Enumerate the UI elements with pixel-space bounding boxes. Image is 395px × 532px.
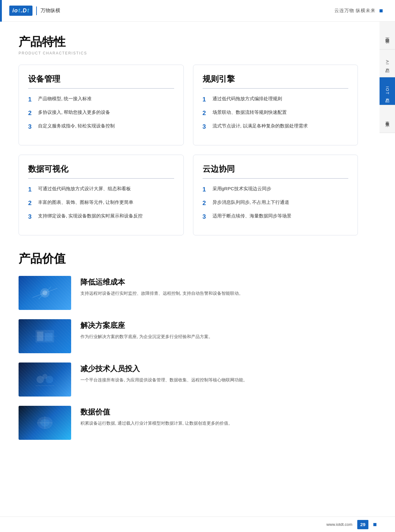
svg-line-0 bbox=[32, 288, 57, 298]
right-sidebar: 万物纵横 AI产品 IOT产品 商务体系 bbox=[380, 22, 395, 133]
feature-num-2: 2 bbox=[203, 109, 209, 117]
svg-point-10 bbox=[42, 374, 47, 379]
svg-rect-4 bbox=[36, 330, 54, 342]
value-content-3: 减少技术人员投入 一个平台连接所有设备, 为应用提供设备管理、数据收集、远程控制… bbox=[80, 363, 358, 384]
product-value-section: 产品价值 降低运维成本 支持远程对设备进行实时监控、故障排查、远程控制, 支持自… bbox=[19, 251, 358, 440]
value-content-4: 数据价值 积累设备运行数据, 通过载入行业计算模型对数据计算, 让数据创造更多的… bbox=[80, 406, 358, 427]
feature-num-3: 3 bbox=[203, 122, 209, 131]
svg-point-12 bbox=[37, 417, 53, 429]
page-footer: www.iotdt.com 29 bbox=[0, 517, 395, 532]
header-logo-area: iot.Dt 万物纵横 bbox=[9, 6, 60, 16]
feature-text-r3: 流式节点设计, 以满足各种复杂的数据处理需求 bbox=[213, 122, 308, 130]
feature-num-2: 2 bbox=[203, 199, 209, 207]
feature-text-r2: 场景联动、数据流转等规则快速配置 bbox=[213, 109, 287, 116]
left-accent-bar bbox=[0, 0, 2, 22]
sidebar-item-iot[interactable]: IOT产品 bbox=[380, 77, 395, 105]
logo-text: iot.Dt bbox=[12, 7, 29, 14]
value-desc-2: 作为行业解决方案的数字底座, 为企业沉淀更多行业经验和产品方案。 bbox=[80, 333, 358, 341]
sidebar-item-wanwu[interactable]: 万物纵横 bbox=[380, 22, 395, 49]
feature-item: 1 采用gRPC技术实现边云同步 bbox=[203, 185, 349, 194]
feature-item: 3 自定义服务或指令, 轻松实现设备控制 bbox=[28, 122, 174, 131]
svg-rect-5 bbox=[37, 332, 43, 341]
svg-rect-6 bbox=[45, 333, 53, 341]
feature-text-v2: 丰富的图表、装饰、图标等元件, 让制作更简单 bbox=[38, 199, 133, 206]
feature-text-v1: 可通过低代码拖放方式设计大屏、组态和看板 bbox=[38, 185, 131, 192]
value-desc-1: 支持远程对设备进行实时监控、故障排查、远程控制, 支持自动告警和设备智能联动。 bbox=[80, 290, 358, 297]
product-characteristics-section: 产品特性 PRODUCT CHARACTERISTICS 设备管理 1 产品物模… bbox=[19, 34, 358, 235]
value-content-2: 解决方案底座 作为行业解决方案的数字底座, 为企业沉淀更多行业经验和产品方案。 bbox=[80, 319, 358, 341]
value-image-1 bbox=[19, 276, 71, 310]
feature-card-rule-engine: 规则引擎 1 通过低代码拖放方式编排处理规则 2 场景联动、数据流转等规则快速配… bbox=[193, 65, 358, 145]
svg-point-2 bbox=[42, 290, 47, 295]
logo-box: iot.Dt bbox=[9, 6, 32, 16]
svg-point-8 bbox=[36, 376, 44, 383]
value-item-solution-base: 解决方案底座 作为行业解决方案的数字底座, 为企业沉淀更多行业经验和产品方案。 bbox=[19, 319, 358, 353]
brand-name: 万物纵横 bbox=[41, 7, 60, 14]
feature-title-rule: 规则引擎 bbox=[203, 74, 349, 84]
value-title-3: 减少技术人员投入 bbox=[80, 364, 358, 374]
value-content-1: 降低运维成本 支持远程对设备进行实时监控、故障排查、远程控制, 支持自动告警和设… bbox=[80, 276, 358, 297]
footer-square-icon bbox=[373, 523, 376, 526]
value-image-inner-4 bbox=[19, 406, 71, 440]
feature-item: 2 多协议接入, 帮助您接入更多的设备 bbox=[28, 109, 174, 117]
value-image-inner-3 bbox=[19, 363, 71, 397]
page-header: iot.Dt 万物纵横 云连万物 纵横未来 bbox=[0, 0, 395, 22]
value-desc-4: 积累设备运行数据, 通过载入行业计算模型对数据计算, 让数据创造更多的价值。 bbox=[80, 419, 358, 427]
value-section-title: 产品价值 bbox=[19, 251, 358, 267]
feature-text-c3: 适用于断点续传、海量数据同步等场景 bbox=[213, 212, 291, 220]
features-grid: 设备管理 1 产品物模型, 统一接入标准 2 多协议接入, 帮助您接入更多的设备… bbox=[19, 65, 358, 235]
feature-num-3: 3 bbox=[28, 212, 34, 221]
sidebar-item-business[interactable]: 商务体系 bbox=[380, 105, 395, 133]
section-title-cn: 产品特性 bbox=[19, 34, 358, 50]
feature-item: 3 适用于断点续传、海量数据同步等场景 bbox=[203, 212, 349, 221]
feature-text-d2: 多协议接入, 帮助您接入更多的设备 bbox=[38, 109, 110, 116]
value-image-inner-2 bbox=[19, 319, 71, 353]
feature-num-1: 1 bbox=[28, 95, 34, 104]
feature-item: 3 支持绑定设备, 实现设备数据的实时展示和设备反控 bbox=[28, 212, 174, 221]
feature-text-d1: 产品物模型, 统一接入标准 bbox=[38, 95, 92, 102]
feature-num-1: 1 bbox=[203, 95, 209, 104]
feature-item: 2 丰富的图表、装饰、图标等元件, 让制作更简单 bbox=[28, 199, 174, 207]
value-title-4: 数据价值 bbox=[80, 407, 358, 417]
feature-card-device-management: 设备管理 1 产品物模型, 统一接入标准 2 多协议接入, 帮助您接入更多的设备… bbox=[19, 65, 184, 145]
feature-divider-rule bbox=[203, 88, 349, 89]
feature-divider-device bbox=[28, 88, 174, 89]
footer-page-number: 29 bbox=[357, 520, 368, 529]
main-content: 产品特性 PRODUCT CHARACTERISTICS 设备管理 1 产品物模… bbox=[0, 22, 376, 461]
feature-text-c1: 采用gRPC技术实现边云同步 bbox=[213, 185, 271, 192]
value-item-reduce-staff: 减少技术人员投入 一个平台连接所有设备, 为应用提供设备管理、数据收集、远程控制… bbox=[19, 363, 358, 397]
value-title-2: 解决方案底座 bbox=[80, 320, 358, 330]
svg-point-13 bbox=[40, 419, 49, 427]
feature-num-1: 1 bbox=[203, 185, 209, 194]
feature-item: 2 异步消息队列同步, 不占用上下行通道 bbox=[203, 199, 349, 207]
feature-num-2: 2 bbox=[28, 109, 34, 117]
feature-divider-viz bbox=[28, 178, 174, 179]
feature-divider-cloud bbox=[203, 178, 349, 179]
feature-num-1: 1 bbox=[28, 185, 34, 194]
value-image-3 bbox=[19, 363, 71, 397]
footer-url: www.iotdt.com bbox=[326, 522, 352, 527]
feature-item: 2 场景联动、数据流转等规则快速配置 bbox=[203, 109, 349, 117]
feature-card-cloud-edge: 云边协同 1 采用gRPC技术实现边云同步 2 异步消息队列同步, 不占用上下行… bbox=[193, 155, 358, 235]
value-item-data-value: 数据价值 积累设备运行数据, 通过载入行业计算模型对数据计算, 让数据创造更多的… bbox=[19, 406, 358, 440]
header-tagline: 云连万物 纵横未来 bbox=[334, 8, 383, 14]
value-desc-3: 一个平台连接所有设备, 为应用提供设备管理、数据收集、远程控制等核心物联网功能。 bbox=[80, 376, 358, 384]
value-image-inner-1 bbox=[19, 276, 71, 310]
feature-num-2: 2 bbox=[28, 199, 34, 207]
feature-num-3: 3 bbox=[203, 212, 209, 221]
svg-point-1 bbox=[40, 288, 49, 298]
value-image-2 bbox=[19, 319, 71, 353]
feature-text-c2: 异步消息队列同步, 不占用上下行通道 bbox=[213, 199, 289, 206]
feature-item: 1 可通过低代码拖放方式设计大屏、组态和看板 bbox=[28, 185, 174, 194]
header-square-icon bbox=[380, 9, 383, 12]
feature-title-viz: 数据可视化 bbox=[28, 164, 174, 174]
feature-item: 3 流式节点设计, 以满足各种复杂的数据处理需求 bbox=[203, 122, 349, 131]
feature-card-data-viz: 数据可视化 1 可通过低代码拖放方式设计大屏、组态和看板 2 丰富的图表、装饰、… bbox=[19, 155, 184, 235]
svg-line-3 bbox=[39, 287, 51, 299]
feature-item: 1 产品物模型, 统一接入标准 bbox=[28, 95, 174, 104]
value-item-reduce-cost: 降低运维成本 支持远程对设备进行实时监控、故障排查、远程控制, 支持自动告警和设… bbox=[19, 276, 358, 310]
svg-point-9 bbox=[46, 376, 53, 383]
sidebar-item-ai[interactable]: AI产品 bbox=[380, 49, 395, 77]
feature-text-v3: 支持绑定设备, 实现设备数据的实时展示和设备反控 bbox=[38, 212, 143, 220]
feature-title-device: 设备管理 bbox=[28, 74, 174, 84]
